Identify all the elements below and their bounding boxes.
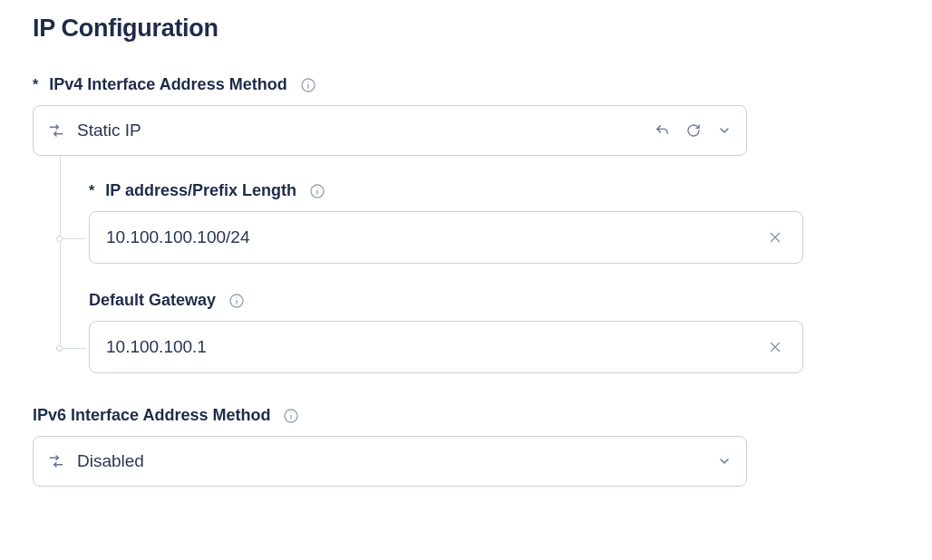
ipv4-method-select[interactable]: Static IP	[33, 105, 747, 156]
ipv4-method-value: Static IP	[77, 121, 655, 140]
tree-branch	[61, 348, 86, 349]
gateway-input[interactable]	[106, 337, 764, 357]
ipv4-method-label-row: * IPv4 Interface Address Method	[33, 75, 899, 94]
refresh-icon[interactable]	[686, 123, 701, 138]
ipv6-method-group: IPv6 Interface Address Method Disabled	[33, 406, 899, 487]
ipv4-method-group: * IPv4 Interface Address Method Static I…	[33, 75, 899, 373]
ipv4-method-label: IPv4 Interface Address Method	[49, 75, 286, 94]
svg-point-5	[316, 188, 317, 188]
clear-icon[interactable]	[764, 227, 786, 248]
info-icon[interactable]	[300, 77, 316, 93]
tree-branch	[61, 238, 86, 239]
tree-line	[60, 156, 61, 346]
tree-dot	[56, 345, 63, 352]
gateway-label-row: Default Gateway	[89, 291, 899, 310]
ipv6-method-value: Disabled	[77, 451, 717, 471]
undo-icon[interactable]	[655, 123, 670, 139]
tree-dot	[56, 236, 63, 242]
branch-icon	[48, 453, 64, 469]
gateway-field: Default Gateway	[89, 291, 899, 373]
page-title: IP Configuration	[33, 14, 899, 43]
svg-point-15	[291, 412, 292, 413]
svg-point-2	[307, 82, 308, 82]
ipv6-method-select[interactable]: Disabled	[33, 436, 747, 487]
ip-prefix-label: IP address/Prefix Length	[105, 181, 296, 200]
info-icon[interactable]	[228, 293, 245, 309]
chevron-down-icon[interactable]	[717, 123, 732, 138]
select-actions	[655, 123, 732, 139]
chevron-down-icon[interactable]	[717, 454, 732, 468]
ip-prefix-label-row: * IP address/Prefix Length	[89, 181, 899, 200]
ip-prefix-input[interactable]	[106, 227, 764, 247]
required-mark: *	[89, 183, 94, 199]
ipv6-method-label-row: IPv6 Interface Address Method	[33, 406, 899, 425]
clear-icon[interactable]	[764, 336, 786, 358]
branch-icon	[48, 122, 64, 139]
info-icon[interactable]	[283, 408, 299, 424]
ip-prefix-input-box	[89, 211, 803, 264]
info-icon[interactable]	[309, 183, 325, 199]
select-actions	[717, 454, 732, 468]
svg-point-10	[236, 297, 237, 298]
required-mark: *	[33, 77, 38, 93]
ipv6-method-label: IPv6 Interface Address Method	[33, 406, 270, 425]
gateway-label: Default Gateway	[89, 291, 216, 310]
gateway-input-box	[89, 321, 803, 373]
ip-prefix-field: * IP address/Prefix Length	[89, 181, 899, 264]
ipv4-nested-fields: * IP address/Prefix Length	[33, 181, 899, 373]
